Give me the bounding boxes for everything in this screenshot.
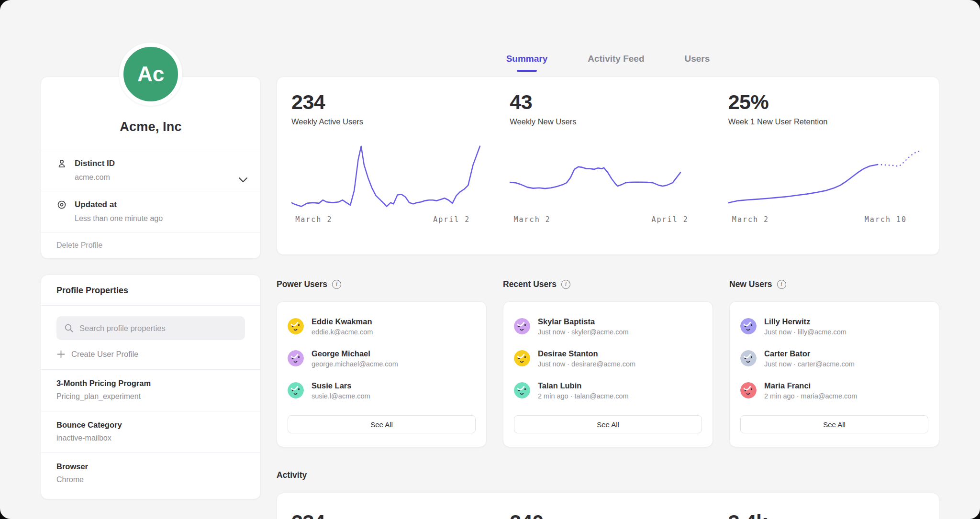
stat-week1-retention: 25% Week 1 New User Retention March 2 Ma…: [728, 90, 924, 241]
user-list-item[interactable]: Lilly Herwitz Just now · lilly@acme.com: [740, 314, 928, 338]
property-name: Browser: [56, 462, 245, 471]
info-icon[interactable]: i: [777, 280, 786, 289]
company-profile-card: Ac Acme, Inc Distinct ID acme.com: [41, 77, 261, 259]
stat-value: 43: [510, 90, 706, 114]
section-power-users: Power Users i Eddie Kwakman eddie.k@acme…: [277, 277, 487, 447]
distinct-id-label: Distinct ID: [75, 159, 115, 168]
company-avatar: Ac: [119, 43, 182, 106]
user-list-card: Skylar Baptista Just now · skyler@acme.c…: [503, 301, 713, 447]
x-axis-tick: April 2: [433, 215, 470, 224]
user-list-item[interactable]: Maria Franci 2 min ago · maria@acme.com: [740, 378, 928, 402]
user-list-item[interactable]: Desirae Stanton Just now · desirare@acme…: [514, 346, 702, 370]
user-name: Maria Franci: [764, 381, 857, 390]
user-avatar: [514, 382, 530, 398]
user-name: Skylar Baptista: [538, 317, 629, 326]
section-new-users: New Users i Lilly Herwitz Just now · lil…: [729, 277, 939, 447]
info-icon[interactable]: i: [561, 280, 570, 289]
user-list-item[interactable]: Susie Lars susie.l@acme.com: [288, 378, 476, 402]
user-list-item[interactable]: George Michael george.michael@acme.com: [288, 346, 476, 370]
user-avatar: [288, 382, 304, 398]
user-list-item[interactable]: Carter Bator Just now · carter@acme.com: [740, 346, 928, 370]
user-avatar: [288, 350, 304, 366]
user-meta: 2 min ago · talan@acme.com: [538, 392, 629, 400]
profile-properties-title: Profile Properties: [41, 275, 260, 305]
section-title: Recent Users: [503, 279, 557, 289]
plus-icon: [57, 350, 65, 358]
delete-profile-button[interactable]: Delete Profile: [41, 232, 260, 258]
x-axis-tick: March 2: [295, 215, 332, 224]
sparkline-chart-weekly-new-users: [510, 139, 706, 211]
property-name: 3-Month Pricing Program: [56, 379, 245, 388]
see-all-button[interactable]: See All: [740, 415, 928, 433]
user-avatar: [740, 318, 757, 334]
property-row[interactable]: Browser Chrome: [41, 453, 260, 494]
stat-weekly-active-users: 234 Weekly Active Users March 2 April 2: [291, 90, 488, 241]
user-sections: Power Users i Eddie Kwakman eddie.k@acme…: [277, 277, 939, 447]
distinct-id-value: acme.com: [75, 173, 245, 182]
company-avatar-initials: Ac: [137, 62, 164, 86]
user-list-item[interactable]: Talan Lubin 2 min ago · talan@acme.com: [514, 378, 702, 402]
user-list-item[interactable]: Skylar Baptista Just now · skyler@acme.c…: [514, 314, 702, 338]
person-icon: [56, 158, 67, 169]
section-title: New Users: [729, 279, 772, 289]
updated-at-value: Less than one minute ago: [75, 214, 245, 223]
divider: [41, 305, 260, 306]
sparkline-chart-week1-retention: [728, 139, 924, 211]
user-avatar: [740, 382, 757, 398]
user-list-item[interactable]: Eddie Kwakman eddie.k@acme.com: [288, 314, 476, 338]
activity-section-title: Activity: [277, 470, 307, 480]
user-name: Eddie Kwakman: [312, 317, 373, 326]
tab-bar: Summary Activity Feed Users: [277, 54, 939, 71]
stat-value: 25%: [728, 90, 924, 114]
profile-sidebar: Ac Acme, Inc Distinct ID acme.com: [41, 77, 261, 499]
search-icon: [64, 323, 74, 333]
user-list-card: Eddie Kwakman eddie.k@acme.com George Mi…: [277, 301, 487, 447]
user-avatar: [514, 350, 530, 366]
user-meta: susie.l@acme.com: [312, 392, 370, 400]
property-row[interactable]: Bounce Category inactive-mailbox: [41, 411, 260, 453]
user-name: Susie Lars: [312, 381, 370, 390]
user-meta: 2 min ago · maria@acme.com: [764, 392, 857, 400]
user-meta: Just now · carter@acme.com: [764, 360, 855, 368]
summary-stats-card: 234 Weekly Active Users March 2 April 2 …: [277, 77, 939, 255]
info-icon[interactable]: i: [332, 280, 341, 289]
x-axis-tick: March 10: [865, 215, 907, 224]
tab-activity-feed[interactable]: Activity Feed: [588, 54, 644, 71]
property-value: Pricing_plan_experiment: [56, 392, 245, 401]
user-name: George Michael: [312, 349, 398, 358]
stat-weekly-new-users: 43 Weekly New Users March 2 April 2: [510, 90, 706, 241]
user-avatar: [288, 318, 304, 334]
user-name: Desirae Stanton: [538, 349, 635, 358]
property-value: Chrome: [56, 475, 245, 484]
stat-value: 234: [291, 90, 488, 114]
activity-stat-value: 3.4k: [728, 510, 924, 519]
x-axis-tick: March 2: [732, 215, 769, 224]
search-profile-properties-input[interactable]: [56, 316, 245, 340]
user-meta: Just now · desirare@acme.com: [538, 360, 635, 368]
see-all-button[interactable]: See All: [288, 415, 476, 433]
user-meta: eddie.k@acme.com: [312, 328, 373, 336]
user-meta: Just now · lilly@acme.com: [764, 328, 846, 336]
tab-summary[interactable]: Summary: [506, 54, 548, 71]
user-meta: Just now · skyler@acme.com: [538, 328, 629, 336]
user-name: Talan Lubin: [538, 381, 629, 390]
activity-stat-value: 234: [291, 510, 488, 519]
updated-at-label: Updated at: [75, 200, 117, 210]
profile-properties-card: Profile Properties Create User Profile 3…: [41, 275, 261, 499]
x-axis-tick: March 2: [514, 215, 551, 224]
tab-users[interactable]: Users: [685, 54, 710, 71]
user-list-card: Lilly Herwitz Just now · lilly@acme.com …: [729, 301, 939, 447]
updated-at-row: Updated at Less than one minute ago: [41, 191, 260, 232]
eye-icon: [56, 199, 67, 210]
chevron-down-icon[interactable]: [238, 177, 248, 183]
property-name: Bounce Category: [56, 420, 245, 430]
user-name: Carter Bator: [764, 349, 855, 358]
user-name: Lilly Herwitz: [764, 317, 846, 326]
property-value: inactive-mailbox: [56, 434, 245, 442]
create-user-profile-button[interactable]: Create User Profile: [41, 340, 260, 369]
property-row[interactable]: 3-Month Pricing Program Pricing_plan_exp…: [41, 370, 260, 411]
user-avatar: [740, 350, 757, 366]
see-all-button[interactable]: See All: [514, 415, 702, 433]
activity-stats-card: 234 240 3.4k: [277, 493, 939, 519]
section-title: Power Users: [277, 279, 327, 289]
